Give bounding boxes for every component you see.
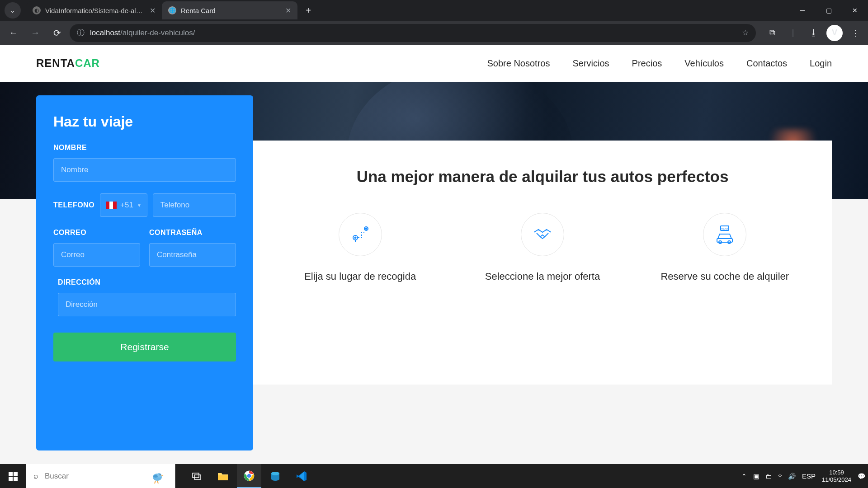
- toolbar-icons: ⧉ | ⭳ V ⋮: [764, 25, 863, 41]
- notifications-icon[interactable]: 💬: [858, 473, 865, 480]
- reload-button[interactable]: ⟳: [48, 24, 66, 42]
- vscode-button[interactable]: [289, 464, 314, 488]
- feature-title: Seleccione la mejor oferta: [458, 270, 627, 284]
- tab-title: VidaInformatico/Sistema-de-al…: [45, 7, 145, 14]
- taskbar-search-input[interactable]: [45, 464, 141, 488]
- feature-pickup: Elija su lugar de recogida: [276, 213, 444, 284]
- downloads-icon[interactable]: ⭳: [806, 25, 822, 41]
- onedrive-icon[interactable]: ▣: [753, 473, 759, 480]
- nav-about[interactable]: Sobre Nosotros: [487, 58, 550, 69]
- site-logo[interactable]: RENTACAR: [36, 57, 100, 70]
- address-label: DIRECCIÓN: [58, 278, 236, 286]
- browser-chrome: ⌄ ◐ VidaInformatico/Sistema-de-al… ✕ 🌐 R…: [0, 0, 868, 45]
- svg-rect-14: [194, 475, 201, 479]
- svg-point-3: [365, 228, 367, 230]
- menu-icon[interactable]: ⋮: [847, 25, 863, 41]
- svg-rect-13: [193, 473, 199, 478]
- svg-text:RENT: RENT: [721, 227, 729, 230]
- back-button[interactable]: ←: [5, 24, 23, 42]
- trip-form: Haz tu viaje NOMBRE TELEFONO +51 ▼: [36, 95, 253, 450]
- map-pin-route-icon: [339, 213, 382, 256]
- svg-point-11: [160, 474, 160, 475]
- rent-car-icon: RENT: [703, 213, 746, 256]
- system-tray: ⌃ ▣ 🗀 ⌔ 🔊 ESP 10:59 11/05/2024 💬: [741, 464, 868, 488]
- svg-point-12: [153, 475, 158, 478]
- volume-icon[interactable]: 🔊: [788, 473, 796, 480]
- url-text: localhost/alquiler-de-vehiculos/: [90, 28, 195, 38]
- name-input[interactable]: [53, 158, 236, 182]
- database-app-button[interactable]: [263, 464, 288, 488]
- tab-bar: ⌄ ◐ VidaInformatico/Sistema-de-al… ✕ 🌐 R…: [0, 0, 868, 21]
- form-title: Haz tu viaje: [53, 113, 236, 130]
- tabs-dropdown[interactable]: ⌄: [5, 2, 21, 19]
- name-label: NOMBRE: [53, 144, 236, 152]
- close-icon[interactable]: ✕: [285, 6, 291, 15]
- nav-login[interactable]: Login: [810, 58, 832, 69]
- forward-button[interactable]: →: [26, 24, 44, 42]
- address-input[interactable]: [58, 293, 236, 316]
- peru-flag-icon: [106, 202, 117, 209]
- phone-label: TELEFONO: [53, 201, 94, 209]
- bird-illustration-icon: [147, 465, 168, 487]
- password-input[interactable]: [149, 243, 236, 267]
- window-controls: ─ ▢ ✕: [789, 0, 868, 21]
- tab-item-1[interactable]: ◐ VidaInformatico/Sistema-de-al… ✕: [26, 1, 162, 19]
- task-view-button[interactable]: [184, 464, 209, 488]
- feature-offer: Seleccione la mejor oferta: [458, 213, 627, 284]
- start-button[interactable]: [0, 464, 26, 488]
- date-text: 11/05/2024: [822, 476, 851, 483]
- battery-icon[interactable]: 🗀: [765, 473, 772, 480]
- new-tab-button[interactable]: +: [301, 3, 316, 18]
- minimize-button[interactable]: ─: [789, 0, 816, 21]
- github-icon: ◐: [33, 6, 41, 14]
- clock[interactable]: 10:59 11/05/2024: [822, 469, 851, 483]
- svg-point-21: [271, 472, 279, 475]
- chevron-down-icon: ▼: [137, 203, 142, 208]
- handshake-icon: [521, 213, 564, 256]
- taskbar-search[interactable]: ⌕: [26, 464, 175, 488]
- maximize-button[interactable]: ▢: [816, 0, 842, 21]
- feature-title: Reserve su coche de alquiler: [641, 270, 809, 284]
- windows-taskbar: ⌕ ⌃ ▣ 🗀 ⌔ 🔊 ESP 10:59 11/05/2024 💬: [0, 464, 868, 488]
- tray-chevron-up-icon[interactable]: ⌃: [741, 473, 747, 480]
- file-explorer-button[interactable]: [211, 464, 235, 488]
- wifi-icon[interactable]: ⌔: [778, 473, 782, 480]
- site-info-icon[interactable]: ⓘ: [77, 28, 85, 38]
- info-panel: Una mejor manera de alquilar tus autos p…: [253, 141, 832, 385]
- info-heading: Una mejor manera de alquilar tus autos p…: [276, 168, 809, 186]
- nav-bar: ← → ⟳ ⓘ localhost/alquiler-de-vehiculos/…: [0, 21, 868, 45]
- close-icon[interactable]: ✕: [150, 6, 156, 15]
- nav-vehicles[interactable]: Vehículos: [684, 58, 724, 69]
- dial-code: +51: [120, 201, 133, 210]
- svg-rect-15: [218, 475, 228, 480]
- svg-point-10: [157, 473, 161, 478]
- register-button[interactable]: Registrarse: [53, 333, 236, 361]
- phone-input[interactable]: [153, 193, 236, 217]
- email-label: CORREO: [53, 229, 140, 237]
- password-label: CONTRASEÑA: [149, 229, 236, 237]
- feature-title: Elija su lugar de recogida: [276, 270, 444, 284]
- email-input[interactable]: [53, 243, 140, 267]
- language-indicator[interactable]: ESP: [802, 472, 816, 480]
- country-code-select[interactable]: +51 ▼: [100, 193, 147, 217]
- feature-reserve: RENT Reserve su coche de alquiler: [641, 213, 809, 284]
- extensions-icon[interactable]: ⧉: [764, 25, 780, 41]
- main-nav: Sobre Nosotros Servicios Precios Vehícul…: [487, 58, 832, 69]
- nav-services[interactable]: Servicios: [572, 58, 609, 69]
- page-viewport: RENTACAR Sobre Nosotros Servicios Precio…: [0, 45, 868, 464]
- tab-title: Renta Card: [181, 7, 281, 14]
- nav-prices[interactable]: Precios: [632, 58, 662, 69]
- tab-item-2[interactable]: 🌐 Renta Card ✕: [162, 1, 297, 19]
- globe-icon: 🌐: [168, 6, 176, 14]
- hero-section: Haz tu viaje NOMBRE TELEFONO +51 ▼: [0, 82, 868, 464]
- address-bar[interactable]: ⓘ localhost/alquiler-de-vehiculos/ ☆: [70, 24, 756, 42]
- profile-button[interactable]: V: [826, 25, 843, 41]
- time-text: 10:59: [822, 469, 851, 476]
- close-window-button[interactable]: ✕: [842, 0, 868, 21]
- chrome-button[interactable]: [237, 464, 261, 488]
- features-row: Elija su lugar de recogida Seleccione la…: [276, 213, 809, 284]
- nav-contacts[interactable]: Contactos: [746, 58, 787, 69]
- bookmark-star-icon[interactable]: ☆: [742, 28, 749, 38]
- svg-point-1: [354, 237, 356, 239]
- windows-icon: [9, 472, 18, 481]
